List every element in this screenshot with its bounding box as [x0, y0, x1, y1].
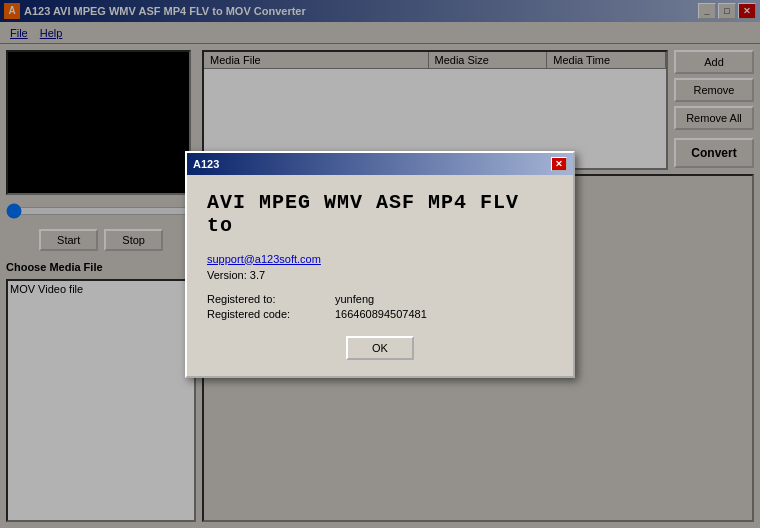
modal-app-name: AVI MPEG WMV ASF MP4 FLV to: [207, 191, 553, 237]
modal-reg-to-row: Registered to: yunfeng: [207, 293, 553, 305]
modal-body: AVI MPEG WMV ASF MP4 FLV to support@a123…: [187, 175, 573, 376]
modal-window: A123 ✕ AVI MPEG WMV ASF MP4 FLV to suppo…: [185, 151, 575, 378]
modal-ok-button[interactable]: OK: [346, 336, 414, 360]
modal-version: Version: 3.7: [207, 269, 553, 281]
modal-reg-to-label: Registered to:: [207, 293, 327, 305]
modal-close-button[interactable]: ✕: [551, 157, 567, 171]
modal-reg-to-value: yunfeng: [335, 293, 374, 305]
modal-reg-table: Registered to: yunfeng Registered code: …: [207, 293, 553, 320]
modal-reg-code-row: Registered code: 166460894507481: [207, 308, 553, 320]
modal-title-bar: A123 ✕: [187, 153, 573, 175]
modal-ok-row: OK: [207, 336, 553, 360]
modal-reg-code-value: 166460894507481: [335, 308, 427, 320]
modal-title: A123: [193, 158, 219, 170]
modal-overlay: A123 ✕ AVI MPEG WMV ASF MP4 FLV to suppo…: [0, 0, 760, 528]
modal-support-link[interactable]: support@a123soft.com: [207, 253, 321, 265]
modal-reg-code-label: Registered code:: [207, 308, 327, 320]
